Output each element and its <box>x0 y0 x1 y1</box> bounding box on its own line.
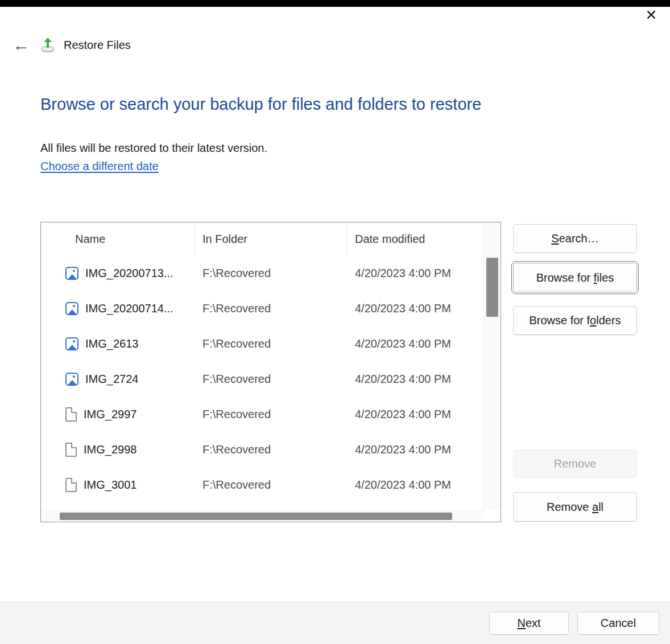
blank-file-icon <box>65 407 77 422</box>
file-folder: F:\Recovered <box>195 373 347 386</box>
file-modified: 4/20/2023 4:00 PM <box>347 408 483 421</box>
browse-files-label-post: iles <box>597 271 614 284</box>
page-title: Restore Files <box>64 39 131 52</box>
next-button[interactable]: Next <box>489 612 569 635</box>
file-name-cell: IMG_2613 <box>41 337 195 350</box>
file-name: IMG_2724 <box>85 373 138 386</box>
file-folder: F:\Recovered <box>195 443 347 456</box>
image-file-icon <box>65 302 78 315</box>
file-folder: F:\Recovered <box>195 302 347 315</box>
browse-folders-label-post: lders <box>596 314 621 327</box>
vertical-scrollbar[interactable] <box>483 222 501 510</box>
file-name: IMG_2997 <box>84 408 137 421</box>
table-row[interactable]: IMG_2724 F:\Recovered 4/20/2023 4:00 PM <box>41 361 483 397</box>
file-name-cell: IMG_20200713... <box>41 267 195 280</box>
file-folder: F:\Recovered <box>195 478 347 492</box>
image-file-icon <box>65 337 78 350</box>
main-instruction: Browse or search your backup for files a… <box>40 95 481 114</box>
file-name: IMG_2613 <box>85 337 138 350</box>
file-name: IMG_20200713... <box>85 267 173 280</box>
wizard-header: ← Restore Files <box>8 36 131 53</box>
browse-for-folders-button[interactable]: Browse for folders <box>513 306 637 335</box>
file-name: IMG_2998 <box>84 443 137 456</box>
blank-file-icon <box>65 443 77 457</box>
file-modified: 4/20/2023 4:00 PM <box>347 267 483 280</box>
column-header-in-folder[interactable]: In Folder <box>195 222 347 255</box>
browse-folders-label-pre: Browse for f <box>529 314 590 327</box>
vertical-scrollbar-thumb[interactable] <box>486 258 498 317</box>
column-header-name[interactable]: Name <box>41 222 195 255</box>
horizontal-scrollbar-thumb[interactable] <box>60 513 452 520</box>
restore-files-icon <box>40 36 57 53</box>
search-button[interactable]: Search… <box>513 224 637 253</box>
table-row[interactable]: IMG_3001 F:\Recovered 4/20/2023 4:00 PM <box>41 467 483 502</box>
titlebar <box>0 0 670 7</box>
file-modified: 4/20/2023 4:00 PM <box>347 443 483 456</box>
file-folder: F:\Recovered <box>195 337 347 350</box>
file-rows: IMG_20200713... F:\Recovered 4/20/2023 4… <box>41 255 483 510</box>
restore-note-text: All files will be restored to their late… <box>40 142 267 155</box>
file-modified: 4/20/2023 4:00 PM <box>347 302 483 315</box>
close-button[interactable]: ✕ <box>642 6 661 24</box>
file-name-cell: IMG_2724 <box>41 373 195 386</box>
image-file-icon <box>65 267 78 280</box>
browse-for-files-button[interactable]: Browse for files <box>513 263 637 292</box>
browse-files-label-pre: Browse for <box>536 271 594 284</box>
file-name: IMG_3001 <box>84 478 137 492</box>
file-name-cell: IMG_2998 <box>41 443 195 457</box>
table-row[interactable]: IMG_20200713... F:\Recovered 4/20/2023 4… <box>41 255 483 291</box>
next-mnemonic: N <box>517 617 525 629</box>
search-button-mnemonic: S <box>551 232 559 245</box>
remove-all-label-pre: Remove <box>547 501 592 513</box>
image-file-icon <box>65 373 78 386</box>
choose-different-date-link[interactable]: Choose a different date <box>40 160 159 173</box>
file-folder: F:\Recovered <box>195 267 347 280</box>
browse-folders-mnemonic: o <box>590 314 596 327</box>
restore-files-dialog: ✕ ← Restore Files Browse or search your … <box>0 0 670 644</box>
remove-all-mnemonic: a <box>592 501 598 513</box>
table-row[interactable]: IMG_2997 F:\Recovered 4/20/2023 4:00 PM <box>41 397 483 432</box>
remove-all-button[interactable]: Remove all <box>513 492 637 522</box>
table-row[interactable]: IMG_2613 F:\Recovered 4/20/2023 4:00 PM <box>41 326 483 361</box>
blank-file-icon <box>65 478 77 492</box>
backup-file-list: Name In Folder Date modified IMG_2020071… <box>40 222 501 522</box>
cancel-button[interactable]: Cancel <box>577 612 659 635</box>
table-row[interactable]: IMG_2998 F:\Recovered 4/20/2023 4:00 PM <box>41 432 483 467</box>
dialog-footer: Next Cancel <box>0 602 670 644</box>
file-name-cell: IMG_2997 <box>41 407 195 422</box>
table-row[interactable]: IMG_20200714... F:\Recovered 4/20/2023 4… <box>41 291 483 326</box>
file-modified: 4/20/2023 4:00 PM <box>347 337 483 350</box>
horizontal-scrollbar[interactable] <box>41 510 483 522</box>
back-button[interactable]: ← <box>8 36 34 53</box>
file-name-cell: IMG_20200714... <box>41 302 195 315</box>
file-name: IMG_20200714... <box>85 302 173 315</box>
column-header-date-modified[interactable]: Date modified <box>347 222 483 255</box>
file-modified: 4/20/2023 4:00 PM <box>347 373 483 386</box>
next-label-post: ext <box>526 617 541 629</box>
file-folder: F:\Recovered <box>195 408 347 421</box>
file-name-cell: IMG_3001 <box>41 478 195 492</box>
search-button-label-post: earch… <box>559 232 599 245</box>
list-header: Name In Folder Date modified <box>41 222 483 255</box>
remove-all-label-post: ll <box>598 501 603 513</box>
file-modified: 4/20/2023 4:00 PM <box>347 478 483 492</box>
remove-button[interactable]: Remove <box>513 449 637 478</box>
